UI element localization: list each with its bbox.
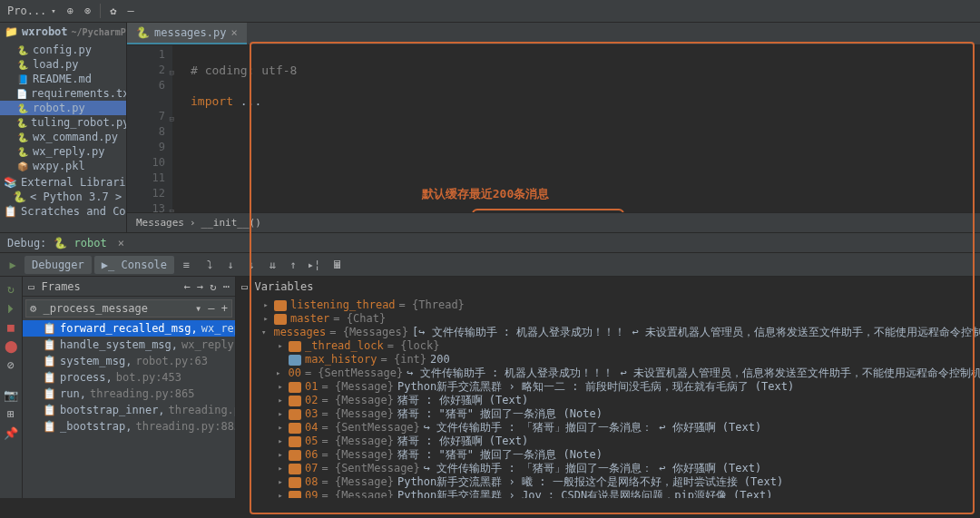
annotation-text: 默认缓存最近200条消息 xyxy=(191,186,980,201)
hide-icon[interactable]: — xyxy=(123,3,137,19)
project-tool-window: 📁wxrobot ~/PycharmProject 🐍config.py🐍loa… xyxy=(0,23,127,232)
frame-item[interactable]: 📋_bootstrap, threading.py:885 xyxy=(23,418,235,435)
var-row[interactable]: ▸00 = {SentMessage} ↪ 文件传输助手 : 机器人登录成功！！… xyxy=(236,367,980,380)
var-row[interactable]: ▸09 = {Message} Python新手交流黑群 › Joy : CSD… xyxy=(236,489,980,498)
var-row[interactable]: ▸06 = {Message} 猪哥 : "猪哥" 撤回了一条消息 (Note) xyxy=(236,448,980,462)
debugger-tab[interactable]: Debugger xyxy=(24,256,92,274)
scratches[interactable]: 📋Scratches and Consoles xyxy=(0,204,126,219)
run-to-cursor-icon[interactable]: ▸¦ xyxy=(305,259,323,271)
resume-icon[interactable]: ▶ xyxy=(4,259,22,271)
frame-item[interactable]: 📋process, bot.py:453 xyxy=(23,369,235,386)
var-row[interactable]: ▸listening_thread = {Thread} xyxy=(236,298,980,312)
breadcrumbs[interactable]: Messages›__init__() xyxy=(127,212,980,232)
close-icon[interactable]: × xyxy=(230,26,237,39)
var-row[interactable]: ▸08 = {Message} Python新手交流黑群 › 曦 : 一般报这个… xyxy=(236,475,980,489)
debug-tool-window-header: Debug: 🐍 robot × xyxy=(0,232,980,253)
evaluate-icon[interactable]: 🖩 xyxy=(328,259,347,271)
var-row[interactable]: ▸07 = {SentMessage} ↪ 文件传输助手 : 「猪哥」撤回了一条… xyxy=(236,462,980,475)
var-row[interactable]: ▸01 = {Message} Python新手交流黑群 › 略知一二 : 前段… xyxy=(236,380,980,394)
mute-breakpoints-icon[interactable]: ⊘ xyxy=(7,358,15,372)
file-robot.py[interactable]: 🐍robot.py xyxy=(0,101,126,115)
frames-nav[interactable]: ← → ↻ ⋯ xyxy=(183,280,230,293)
var-row[interactable]: ▸02 = {Message} 猪哥 : 你好骚啊 (Text) xyxy=(236,394,980,407)
external-libraries[interactable]: 📚External Libraries xyxy=(0,175,126,190)
file-tuling_robot.py[interactable]: 🐍tuling_robot.py xyxy=(0,115,126,130)
project-root[interactable]: 📁wxrobot ~/PycharmProject xyxy=(0,23,126,41)
var-row[interactable]: ▸04 = {SentMessage} ↪ 文件传输助手 : 「猪哥」撤回了一条… xyxy=(236,421,980,435)
frame-item[interactable]: 📋handle_system_msg, wx_reply.py:40 xyxy=(23,337,235,353)
frames-pane: ▭ Frames← → ↻ ⋯ ⚙ _process_message▾ — + … xyxy=(23,277,236,498)
file-README.md[interactable]: 📘README.md xyxy=(0,72,126,86)
var-row[interactable]: ▾messages = {Messages} [↪ 文件传输助手 : 机器人登录… xyxy=(236,326,980,339)
threads-icon[interactable]: ≡ xyxy=(177,259,195,271)
var-row[interactable]: ▸05 = {Message} 猪哥 : 你好骚啊 (Text) xyxy=(236,435,980,448)
step-over-icon[interactable]: ⤵ xyxy=(201,259,219,271)
file-wx_command.py[interactable]: 🐍wx_command.py xyxy=(0,130,126,144)
highlight-box xyxy=(472,209,624,212)
file-wxpy.pkl[interactable]: 📦wxpy.pkl xyxy=(0,159,126,173)
settings-icon[interactable]: ✿ xyxy=(106,3,120,19)
run-config[interactable]: 🐍 robot xyxy=(54,237,106,249)
resume-program-icon[interactable]: ⏵ xyxy=(5,301,17,315)
editor-tab-messages[interactable]: 🐍messages.py× xyxy=(127,23,247,44)
file-config.py[interactable]: 🐍config.py xyxy=(0,43,126,57)
frame-item[interactable]: 📋run, threading.py:865 xyxy=(23,386,235,402)
frame-item[interactable]: 📋system_msg, robot.py:63 xyxy=(23,353,235,369)
collapse-icon[interactable]: ⊕ xyxy=(64,3,77,19)
file-wx_reply.py[interactable]: 🐍wx_reply.py xyxy=(0,144,126,159)
file-load.py[interactable]: 🐍load.py xyxy=(0,57,126,72)
close-tab-icon[interactable]: × xyxy=(118,237,124,249)
var-row[interactable]: ▸03 = {Message} 猪哥 : "猪哥" 撤回了一条消息 (Note) xyxy=(236,407,980,421)
thread-selector[interactable]: ⚙ _process_message▾ — + xyxy=(25,299,232,318)
settings-debug-icon[interactable]: 📷 xyxy=(4,388,18,402)
debug-toolbar: ▶ Debugger ▶_ Console ≡ ⤵ ↓ ⇣ ⇊ ↑ ▸¦ 🖩 xyxy=(0,253,980,277)
pin-icon[interactable]: 📌 xyxy=(4,426,18,440)
editor-tabs: 🐍messages.py× xyxy=(127,23,980,45)
stop-icon[interactable]: ■ xyxy=(7,320,15,334)
step-out-icon[interactable]: ↑ xyxy=(284,259,302,271)
step-into-icon[interactable]: ↓ xyxy=(221,259,240,271)
var-row[interactable]: max_history = {int} 200 xyxy=(236,353,980,367)
var-row[interactable]: ▸master = {Chat} xyxy=(236,312,980,326)
project-dropdown[interactable]: Pro... xyxy=(4,3,60,19)
code-area[interactable]: # coding: utf-8 import ... 默认缓存最近200条消息 … xyxy=(172,45,980,212)
gutter: 12⊟67⊟8910111213⊟141516 xyxy=(127,45,172,212)
debug-side-toolbar: ↻ ⏵ ■ ⬤ ⊘ 📷 ⊞ 📌 xyxy=(0,277,23,498)
step-into-my-icon[interactable]: ⇣ xyxy=(242,259,260,271)
force-step-icon[interactable]: ⇊ xyxy=(263,259,281,271)
console-tab[interactable]: ▶_ Console xyxy=(94,256,174,274)
main-toolbar: Pro... ⊕ ⊗ ✿ — xyxy=(0,0,980,23)
variables-pane: ▭ Variables ▸listening_thread = {Thread}… xyxy=(236,277,980,498)
view-breakpoints-icon[interactable]: ⬤ xyxy=(5,339,18,353)
var-row[interactable]: ▸_thread_lock = {lock} xyxy=(236,339,980,353)
rerun-icon[interactable]: ↻ xyxy=(7,282,15,296)
file-requirements.txt[interactable]: 📄requirements.txt xyxy=(0,86,126,101)
locate-icon[interactable]: ⊗ xyxy=(81,3,94,19)
frame-item[interactable]: 📋forward_recalled_msg, wx_reply.py:48 xyxy=(23,320,235,337)
editor: 🐍messages.py× 12⊟67⊟8910111213⊟141516 # … xyxy=(127,23,980,232)
frame-item[interactable]: 📋bootstrap_inner, threading.py:917 xyxy=(23,402,235,418)
layout-icon[interactable]: ⊞ xyxy=(7,407,15,421)
python-sdk[interactable]: 🐍< Python 3.7 > /usr/loc xyxy=(0,190,126,204)
